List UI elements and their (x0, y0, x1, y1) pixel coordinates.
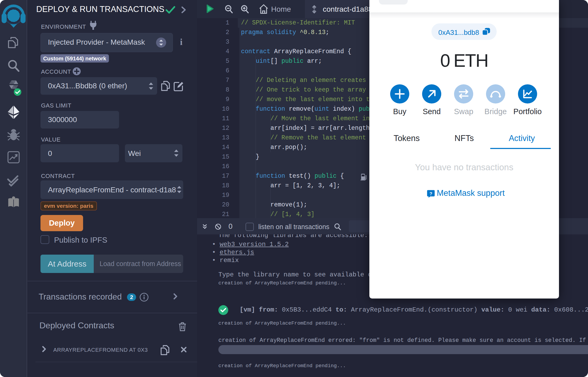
svg-text:?: ? (430, 191, 432, 196)
